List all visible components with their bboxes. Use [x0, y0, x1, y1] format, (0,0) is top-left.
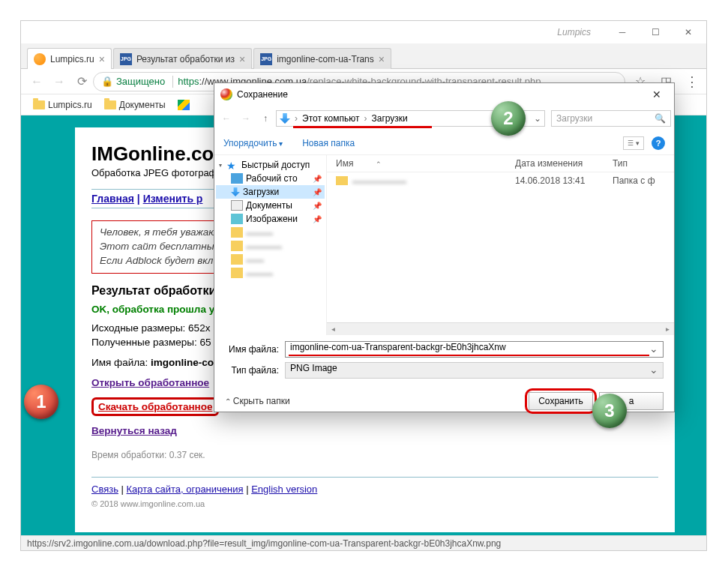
tree-documents[interactable]: Документы📌	[216, 199, 325, 212]
copyright: © 2018 www.imgonline.com.ua	[91, 499, 658, 508]
dialog-titlebar: Сохранение ✕	[214, 83, 674, 106]
nav-reload-button[interactable]: ⟳	[70, 71, 93, 92]
pin-icon: 📌	[313, 188, 322, 196]
secure-badge: 🔒 Защищено	[101, 76, 178, 88]
window-close-button[interactable]: ✕	[672, 22, 705, 43]
save-as-dialog: Сохранение ✕ ← → ↑ › Этот компьют › Загр…	[214, 82, 675, 412]
browser-tab[interactable]: JPG imgonline-com-ua-Trans ×	[253, 48, 391, 69]
dlg-up-button[interactable]: ↑	[256, 109, 274, 127]
tab-title: Lumpics.ru	[50, 54, 94, 64]
folder-icon	[336, 176, 348, 185]
annotation-underline	[289, 355, 649, 356]
dlg-search-field[interactable]: Загрузки 🔍	[551, 110, 671, 127]
pin-icon: 📌	[313, 202, 322, 210]
horizontal-scrollbar[interactable]	[327, 322, 674, 335]
chrome-icon	[220, 88, 232, 100]
annotation-badge-2: 2	[491, 101, 526, 136]
bookmark-item[interactable]	[175, 98, 193, 112]
filename-label: Имя файла:	[225, 344, 285, 355]
downloads-icon	[280, 113, 290, 124]
window-title: Lumpics	[22, 27, 606, 37]
star-icon: ★	[226, 160, 238, 170]
organize-button[interactable]: Упорядочить	[223, 138, 283, 148]
window-titlebar: Lumpics ─ ☐ ✕	[21, 21, 706, 43]
dialog-close-button[interactable]: ✕	[646, 88, 668, 100]
tab-title: Результат обработки из	[136, 54, 235, 64]
tree-folder[interactable]: ▬▬	[216, 253, 325, 266]
favicon-icon	[34, 53, 46, 65]
footer-english-link[interactable]: English version	[251, 484, 317, 495]
filetype-label: Тип файла:	[225, 365, 285, 376]
new-folder-button[interactable]: Новая папка	[302, 138, 355, 148]
download-processed-link[interactable]: Скачать обработанное	[98, 401, 212, 412]
documents-icon	[231, 200, 243, 211]
pin-icon: 📌	[313, 215, 322, 223]
annotation-badge-3: 3	[592, 394, 627, 428]
tab-title: imgonline-com-ua-Trans	[277, 54, 374, 64]
browser-tab[interactable]: JPG Результат обработки из ×	[113, 48, 252, 69]
folder-icon	[104, 100, 116, 109]
images-icon	[231, 214, 243, 224]
help-button[interactable]: ?	[652, 136, 665, 150]
tree-downloads[interactable]: Загрузки📌	[216, 185, 325, 199]
browser-tab-bar: Lumpics.ru × JPG Результат обработки из …	[21, 43, 706, 69]
google-drive-icon	[178, 100, 190, 110]
dlg-sidebar-tree: ★Быстрый доступ Рабочий сто📌 Загрузки📌 Д…	[214, 155, 327, 335]
favicon-icon: JPG	[260, 53, 272, 65]
window-minimize-button[interactable]: ─	[606, 22, 639, 43]
file-row[interactable]: ▬▬▬▬▬▬ 14.06.2018 13:41 Папка с ф	[327, 172, 674, 189]
tab-close-icon[interactable]: ×	[99, 54, 105, 64]
bookmark-item[interactable]: Документы	[101, 98, 169, 112]
pin-icon: 📌	[313, 175, 322, 183]
tree-images[interactable]: Изображени📌	[216, 212, 325, 226]
folder-icon	[231, 241, 243, 251]
tree-folder[interactable]: ▬▬▬	[216, 266, 325, 280]
browser-tab[interactable]: Lumpics.ru ×	[27, 48, 112, 69]
browser-status-bar: https://srv2.imgonline.com.ua/download.p…	[21, 535, 706, 550]
search-icon: 🔍	[655, 113, 666, 124]
folder-icon	[231, 227, 243, 238]
nav-back-button[interactable]: ←	[25, 71, 48, 92]
tree-quick-access[interactable]: ★Быстрый доступ	[216, 158, 325, 172]
dialog-toolbar: Упорядочить Новая папка ☰ ▾ ?	[214, 131, 674, 155]
bookmark-item[interactable]: Lumpics.ru	[30, 98, 95, 112]
lock-icon: 🔒	[101, 76, 113, 87]
folder-icon	[231, 268, 243, 278]
processing-time: Время обработки: 0.37 сек.	[91, 450, 658, 460]
go-back-link[interactable]: Вернуться назад	[91, 425, 177, 436]
folder-icon	[33, 100, 45, 109]
dialog-nav-bar: ← → ↑ › Этот компьют › Загрузки ⌄ Загруз…	[214, 106, 674, 131]
nav-link-resize[interactable]: Изменить р	[143, 193, 203, 205]
favicon-icon: JPG	[120, 53, 132, 65]
view-mode-button[interactable]: ☰ ▾	[623, 136, 644, 150]
status-url: https://srv2.imgonline.com.ua/download.p…	[27, 538, 501, 549]
folder-icon	[231, 254, 243, 265]
dialog-title: Сохранение	[237, 89, 288, 100]
sort-arrow-icon: ⌃	[376, 160, 382, 168]
chrome-menu-button[interactable]: ⋮	[681, 72, 702, 91]
footer-contact-link[interactable]: Связь	[91, 484, 118, 495]
desktop-icon	[231, 173, 243, 184]
annotation-underline	[293, 126, 432, 128]
dlg-file-list: Имя⌃ Дата изменения Тип ▬▬▬▬▬▬ 14.06.201…	[327, 155, 674, 335]
footer-sitemap-link[interactable]: Карта сайта, ограничения	[127, 484, 244, 495]
tab-close-icon[interactable]: ×	[239, 54, 245, 64]
tree-folder[interactable]: ▬▬▬▬	[216, 239, 325, 253]
annotation-badge-1: 1	[24, 385, 58, 419]
tree-desktop[interactable]: Рабочий сто📌	[216, 172, 325, 185]
nav-link-main[interactable]: Главная	[91, 193, 134, 205]
open-processed-link[interactable]: Открыть обработанное	[91, 377, 209, 388]
filetype-select[interactable]: PNG Image	[285, 362, 664, 379]
window-maximize-button[interactable]: ☐	[639, 22, 672, 43]
save-button[interactable]: Сохранить	[529, 392, 593, 410]
hide-folders-toggle[interactable]: Скрыть папки	[225, 396, 290, 406]
dlg-forward-button[interactable]: →	[237, 109, 255, 127]
downloads-icon	[231, 187, 240, 196]
tree-folder[interactable]: ▬▬▬	[216, 226, 325, 239]
tab-close-icon[interactable]: ×	[379, 54, 385, 64]
file-list-header[interactable]: Имя⌃ Дата изменения Тип	[327, 155, 674, 172]
footer-links: Связь | Карта сайта, ограничения | Engli…	[91, 484, 658, 495]
filename-input[interactable]: imgonline-com-ua-Transparent-backgr-bE0h…	[285, 341, 664, 358]
nav-forward-button[interactable]: →	[48, 71, 70, 92]
dlg-back-button[interactable]: ←	[217, 109, 235, 127]
